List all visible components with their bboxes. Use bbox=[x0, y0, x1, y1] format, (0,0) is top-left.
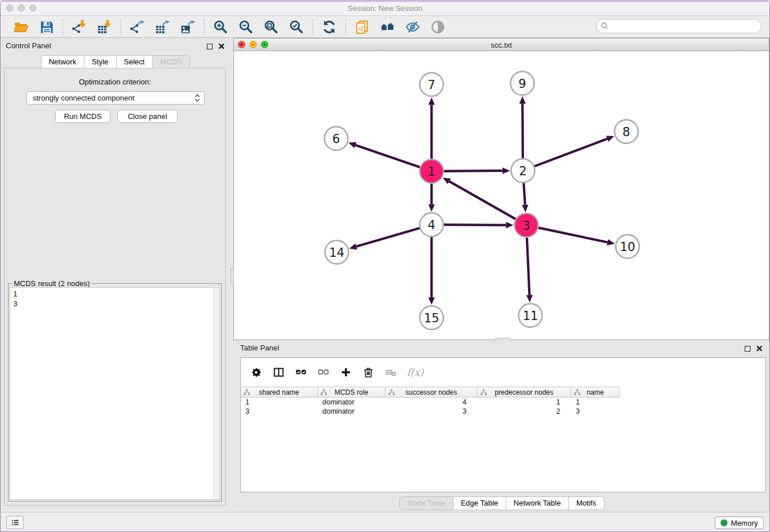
clear-selection-icon[interactable] bbox=[317, 366, 330, 379]
add-row-icon[interactable] bbox=[340, 366, 352, 379]
columns-icon[interactable] bbox=[272, 366, 285, 379]
tab-style[interactable]: Style bbox=[84, 55, 117, 69]
network-window-titlebar[interactable]: × − + scc.txt bbox=[234, 38, 769, 51]
edge-2-3[interactable] bbox=[522, 183, 528, 212]
edge-2-9[interactable] bbox=[519, 96, 526, 158]
network-canvas[interactable]: 7968124314101511 bbox=[234, 51, 769, 340]
column-header-MCDS-role[interactable]: MCDS role bbox=[318, 387, 386, 397]
node-8[interactable]: 8 bbox=[615, 120, 638, 144]
cell-predecessor-nodes[interactable]: 1 bbox=[478, 398, 571, 407]
cell-successor-nodes[interactable]: 4 bbox=[386, 398, 478, 407]
panel-splitter-handle[interactable] bbox=[230, 268, 234, 283]
network-overview-icon[interactable] bbox=[379, 19, 395, 35]
cell-MCDS-role[interactable]: dominator bbox=[318, 407, 386, 416]
table-float-panel-icon[interactable] bbox=[745, 346, 750, 352]
cell-predecessor-nodes[interactable]: 2 bbox=[478, 407, 571, 416]
search-input[interactable] bbox=[609, 21, 761, 32]
node-15[interactable]: 15 bbox=[420, 306, 444, 330]
open-session-icon[interactable] bbox=[13, 19, 29, 35]
svg-text:6: 6 bbox=[332, 132, 340, 146]
apply-layout-icon[interactable] bbox=[321, 19, 337, 35]
edge-4-15[interactable] bbox=[428, 237, 434, 305]
tab-motifs[interactable]: Motifs bbox=[569, 496, 605, 510]
cell-shared-name[interactable]: 3 bbox=[241, 407, 318, 416]
edge-1-2[interactable] bbox=[444, 168, 510, 174]
criterion-select[interactable]: strongly connected component bbox=[26, 91, 205, 105]
edge-3-1[interactable] bbox=[443, 178, 516, 219]
settings-icon[interactable] bbox=[250, 366, 263, 379]
delete-row-icon[interactable] bbox=[362, 366, 375, 379]
table-close-panel-icon[interactable] bbox=[756, 344, 763, 354]
edge-1-6[interactable] bbox=[348, 142, 419, 167]
node-9[interactable]: 9 bbox=[511, 72, 534, 95]
column-header-successor-nodes[interactable]: successor nodes bbox=[386, 387, 478, 397]
table-body: 1dominator4113dominator323 bbox=[241, 398, 765, 416]
table-panel: Table Panel f(x) shared nameMCDS rolesuc… bbox=[233, 340, 770, 512]
tab-mcds[interactable]: MCDS bbox=[153, 55, 190, 69]
edge-1-4[interactable] bbox=[428, 184, 434, 212]
mcds-result-group: MCDS result (2 nodes) 1 3 bbox=[8, 283, 222, 502]
close-panel-icon[interactable] bbox=[218, 41, 225, 52]
clone-network-icon[interactable] bbox=[354, 19, 370, 35]
node-7[interactable]: 7 bbox=[420, 73, 444, 97]
tab-network-table[interactable]: Network Table bbox=[506, 496, 569, 510]
node-11[interactable]: 11 bbox=[519, 304, 542, 327]
cell-successor-nodes[interactable]: 3 bbox=[386, 407, 478, 416]
export-network-icon[interactable] bbox=[129, 19, 145, 35]
close-panel-button[interactable]: Close panel bbox=[117, 110, 178, 123]
search-icon bbox=[600, 22, 609, 30]
zoom-fit-icon[interactable] bbox=[263, 19, 279, 35]
search-box[interactable] bbox=[596, 19, 761, 33]
network-graph[interactable]: 7968124314101511 bbox=[234, 51, 769, 340]
edge-3-10[interactable] bbox=[538, 228, 615, 245]
table-panel-tabs: Node TableEdge TableNetwork TableMotifs bbox=[233, 496, 770, 510]
column-header-predecessor-nodes[interactable]: predecessor nodes bbox=[478, 387, 571, 397]
zoom-out-icon[interactable] bbox=[238, 19, 254, 35]
cell-name[interactable]: 3 bbox=[571, 407, 620, 416]
save-session-icon[interactable] bbox=[38, 19, 55, 35]
hide-selected-icon[interactable] bbox=[405, 19, 421, 35]
tab-edge-table[interactable]: Edge Table bbox=[453, 496, 506, 510]
mcds-result-text[interactable]: 1 3 bbox=[10, 287, 220, 500]
export-table-icon[interactable] bbox=[155, 19, 171, 35]
import-table-icon[interactable] bbox=[97, 19, 113, 35]
import-network-icon[interactable] bbox=[71, 19, 87, 35]
table-row[interactable]: 1dominator411 bbox=[241, 398, 765, 407]
memory-button[interactable]: Memory bbox=[715, 516, 764, 529]
cell-name[interactable]: 1 bbox=[571, 398, 620, 407]
task-history-button[interactable] bbox=[6, 516, 24, 529]
cell-shared-name[interactable]: 1 bbox=[241, 398, 318, 407]
network-window-title: scc.txt bbox=[234, 38, 769, 52]
edge-3-11[interactable] bbox=[526, 237, 533, 302]
cell-MCDS-role[interactable]: dominator bbox=[318, 398, 386, 407]
node-4[interactable]: 4 bbox=[420, 213, 444, 237]
svg-text:3: 3 bbox=[522, 219, 530, 233]
node-3[interactable]: 3 bbox=[515, 214, 538, 237]
zoom-in-icon[interactable] bbox=[213, 19, 229, 35]
apply-function-icon[interactable]: f(x) bbox=[407, 367, 424, 378]
node-table-container: f(x) shared nameMCDS rolesuccessor nodes… bbox=[240, 357, 766, 492]
tab-network[interactable]: Network bbox=[41, 55, 84, 69]
zoom-selected-icon[interactable] bbox=[288, 19, 305, 35]
table-row[interactable]: 3dominator323 bbox=[241, 407, 765, 416]
edge-2-8[interactable] bbox=[534, 136, 614, 166]
node-6[interactable]: 6 bbox=[325, 127, 348, 151]
node-10[interactable]: 10 bbox=[616, 235, 640, 259]
delete-table-icon[interactable] bbox=[384, 366, 397, 379]
edge-1-7[interactable] bbox=[428, 98, 434, 159]
column-header-shared-name[interactable]: shared name bbox=[241, 387, 318, 397]
tab-node-table[interactable]: Node Table bbox=[399, 496, 453, 510]
result-scrollbar[interactable] bbox=[213, 288, 220, 499]
node-1[interactable]: 1 bbox=[420, 160, 444, 183]
column-header-name[interactable]: name bbox=[571, 387, 620, 397]
show-hidden-icon[interactable] bbox=[430, 19, 446, 35]
select-all-icon[interactable] bbox=[295, 366, 307, 379]
edge-4-3[interactable] bbox=[444, 222, 513, 228]
node-2[interactable]: 2 bbox=[511, 159, 535, 183]
node-14[interactable]: 14 bbox=[325, 241, 349, 264]
tab-select[interactable]: Select bbox=[117, 55, 153, 69]
edge-4-14[interactable] bbox=[349, 228, 420, 249]
run-mcds-button[interactable]: Run MCDS bbox=[55, 110, 110, 123]
float-panel-icon[interactable] bbox=[207, 44, 213, 49]
export-image-icon[interactable] bbox=[180, 19, 196, 35]
